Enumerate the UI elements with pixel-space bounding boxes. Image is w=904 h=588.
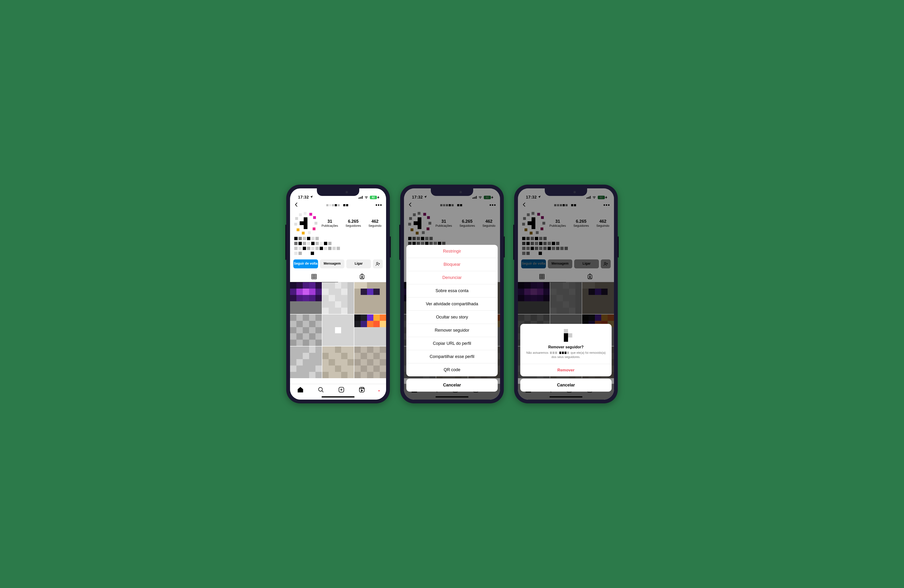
stat-posts-number: 31 bbox=[327, 219, 332, 224]
profile-bio bbox=[290, 235, 386, 259]
action-sheet-cancel-group: Cancelar bbox=[406, 379, 498, 392]
chevron-left-icon bbox=[294, 202, 299, 207]
home-icon bbox=[297, 386, 304, 393]
confirm-body: Não avisaremos que ele(a) foi removido(a… bbox=[526, 351, 606, 359]
nav-create[interactable] bbox=[338, 386, 345, 394]
stat-posts-label: Publicações bbox=[322, 224, 338, 227]
stat-following[interactable]: 462 Seguindo bbox=[368, 219, 381, 227]
confirm-cancel-button[interactable]: Cancelar bbox=[520, 379, 612, 392]
confirm-remove-button[interactable]: Remover bbox=[520, 364, 612, 376]
top-nav: ••• bbox=[290, 201, 386, 211]
status-time: 17:32 bbox=[298, 195, 309, 200]
stat-followers-label: Seguidores bbox=[346, 224, 361, 227]
nav-home[interactable] bbox=[297, 386, 304, 394]
grid-item[interactable] bbox=[290, 347, 322, 378]
home-indicator[interactable] bbox=[436, 396, 468, 397]
action-sheet-item-6[interactable]: Remover seguidor bbox=[406, 324, 498, 337]
bio-line-1 bbox=[294, 237, 382, 240]
profile-username[interactable] bbox=[326, 204, 348, 206]
call-button[interactable]: Ligar bbox=[346, 259, 371, 268]
home-indicator[interactable] bbox=[322, 396, 354, 397]
svg-rect-6 bbox=[360, 275, 364, 279]
home-indicator[interactable] bbox=[550, 396, 582, 397]
screen-2: 17:32 82 bbox=[404, 188, 500, 400]
grid-item[interactable] bbox=[354, 282, 386, 314]
back-button[interactable] bbox=[294, 202, 299, 208]
grid-item[interactable] bbox=[290, 282, 322, 314]
action-sheet-list: RestringirBloquearDenunciarSobre essa co… bbox=[406, 245, 498, 376]
redacted-username-icon bbox=[550, 352, 569, 354]
add-user-icon bbox=[376, 262, 380, 266]
tab-grid[interactable] bbox=[290, 271, 338, 282]
bio-line-4 bbox=[294, 252, 382, 255]
svg-rect-1 bbox=[312, 274, 316, 279]
stat-followers[interactable]: 6.265 Seguidores bbox=[346, 219, 361, 227]
location-services-icon bbox=[310, 195, 313, 200]
suggest-users-button[interactable] bbox=[373, 259, 383, 268]
more-options-button[interactable]: ••• bbox=[376, 202, 382, 208]
battery-indicator: 82 bbox=[370, 196, 379, 199]
action-sheet-item-3[interactable]: Sobre essa conta bbox=[406, 284, 498, 297]
battery-charging-icon bbox=[378, 196, 379, 199]
action-sheet-item-7[interactable]: Copiar URL do perfil bbox=[406, 337, 498, 350]
grid-item[interactable] bbox=[354, 314, 386, 346]
action-sheet-item-1[interactable]: Bloquear bbox=[406, 258, 498, 271]
grid-item[interactable] bbox=[322, 347, 354, 378]
grid-icon bbox=[311, 274, 317, 280]
redacted-username-icon bbox=[326, 204, 348, 206]
grid-item[interactable] bbox=[354, 347, 386, 378]
profile-avatar[interactable] bbox=[294, 212, 317, 235]
confirm-title: Remover seguidor? bbox=[526, 345, 606, 349]
notch bbox=[545, 188, 587, 196]
phone-frame-2: 17:32 82 bbox=[400, 184, 504, 404]
grid-item[interactable] bbox=[322, 314, 354, 346]
action-sheet-cancel[interactable]: Cancelar bbox=[406, 379, 498, 392]
message-button[interactable]: Mensagem bbox=[320, 259, 345, 268]
profile-root: 17:32 82 bbox=[290, 188, 386, 400]
search-icon bbox=[318, 386, 324, 393]
notch bbox=[431, 188, 473, 196]
grid-item[interactable] bbox=[290, 314, 322, 346]
action-sheet-item-4[interactable]: Ver atividade compartilhada bbox=[406, 297, 498, 311]
reels-icon bbox=[359, 386, 365, 393]
story-ring-icon bbox=[294, 212, 317, 235]
profile-tabs bbox=[290, 271, 386, 282]
action-sheet-item-2[interactable]: Denunciar bbox=[406, 271, 498, 284]
svg-point-0 bbox=[376, 262, 378, 264]
bio-line-3 bbox=[294, 247, 382, 250]
nav-reels[interactable] bbox=[359, 386, 365, 394]
svg-rect-13 bbox=[359, 387, 364, 392]
profile-header: 31 Publicações 6.265 Seguidores 462 Segu… bbox=[290, 211, 386, 235]
action-sheet-item-5[interactable]: Ocultar seu story bbox=[406, 311, 498, 324]
svg-line-9 bbox=[322, 391, 323, 392]
confirm-body-prefix: Não avisaremos bbox=[526, 351, 548, 355]
nav-search[interactable] bbox=[318, 386, 324, 394]
svg-point-8 bbox=[319, 387, 322, 391]
cellular-signal-icon bbox=[359, 196, 363, 199]
screen-1: 17:32 82 bbox=[290, 188, 386, 400]
confirm-header: Remover seguidor? Não avisaremos que ele… bbox=[520, 324, 612, 364]
action-sheet-item-8[interactable]: Compartilhar esse perfil bbox=[406, 350, 498, 363]
svg-point-7 bbox=[361, 276, 362, 277]
stat-posts[interactable]: 31 Publicações bbox=[322, 219, 338, 227]
stat-following-label: Seguindo bbox=[368, 224, 381, 227]
screen-3: 17:32 82 bbox=[518, 188, 614, 400]
grid-item[interactable] bbox=[322, 282, 354, 314]
wifi-icon bbox=[364, 195, 368, 200]
bio-line-2 bbox=[294, 242, 382, 245]
action-sheet-item-9[interactable]: QR code bbox=[406, 363, 498, 376]
tab-tagged[interactable] bbox=[338, 271, 386, 282]
stat-followers-number: 6.265 bbox=[348, 219, 359, 224]
create-icon bbox=[338, 386, 345, 393]
stat-following-number: 462 bbox=[371, 219, 379, 224]
confirm-cancel-group: Cancelar bbox=[520, 379, 612, 392]
action-sheet-item-0[interactable]: Restringir bbox=[406, 245, 498, 258]
photo-grid bbox=[290, 282, 386, 378]
profile-scroll[interactable]: 31 Publicações 6.265 Seguidores 462 Segu… bbox=[290, 211, 386, 400]
battery-percent: 82 bbox=[372, 196, 375, 199]
action-sheet: RestringirBloquearDenunciarSobre essa co… bbox=[406, 245, 498, 394]
phone-frame-1: 17:32 82 bbox=[286, 184, 390, 404]
tagged-icon bbox=[359, 274, 365, 280]
confirm-avatar-icon bbox=[559, 329, 572, 342]
follow-back-button[interactable]: Seguir de volta bbox=[293, 259, 318, 268]
